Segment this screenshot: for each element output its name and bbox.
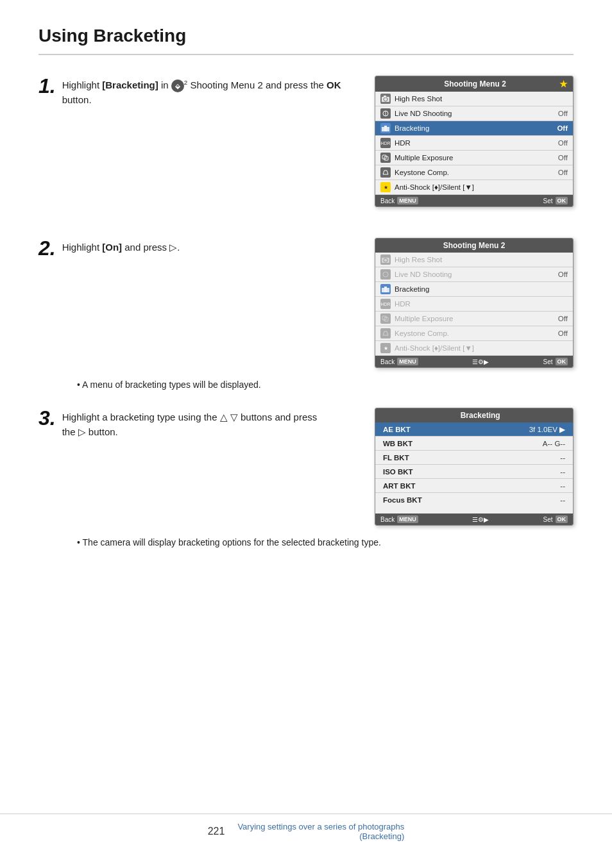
menu2-row-highres: High Res Shot <box>375 253 573 267</box>
menu3-row-aebkt: AE BKT 3f 1.0EV ▶ <box>375 422 573 437</box>
menu1-highres-label: High Res Shot <box>395 95 564 103</box>
menu3-set-label: Set <box>543 516 552 523</box>
page-number: 221 <box>208 826 225 837</box>
menu2-livend-value: Off <box>558 271 568 278</box>
cam-icon-antishock: ★ <box>380 182 391 192</box>
menu1-header: Shooting Menu 2 ★ <box>375 76 573 92</box>
svg-point-13 <box>383 272 388 277</box>
cam2-icon-hdr: HDR <box>380 299 391 309</box>
step1-number: 1. <box>38 76 56 96</box>
menu2-footer-mid: ☰⚙▶ <box>472 358 489 365</box>
ok-label: OK <box>327 79 341 90</box>
menu2: Shooting Menu 2 High Res Shot Live <box>375 238 574 368</box>
menu2-menu-btn: MENU <box>397 358 418 365</box>
menu1-keystone-label: Keystone Comp. <box>395 169 554 176</box>
step2-number: 2. <box>38 238 56 258</box>
menu1-keystone-value: Off <box>558 169 568 176</box>
menu1-antishock-label: Anti-Shock [♦]/Silent [▼] <box>395 183 564 191</box>
cam2-icon-antishock: ★ <box>380 343 391 353</box>
menu3-isobkt-label: ISO BKT <box>383 468 413 476</box>
menu2-icon-set: ☰⚙▶ <box>472 358 489 365</box>
menu3: Bracketing AE BKT 3f 1.0EV ▶ WB BKT A-- … <box>375 408 574 526</box>
cam2-icon-highres <box>380 255 391 265</box>
menu3-artbkt-value: -- <box>560 482 565 490</box>
svg-marker-19 <box>383 331 388 335</box>
menu2-highres-label: High Res Shot <box>395 256 564 263</box>
menu1-bracketing-label: Bracketing <box>395 124 553 132</box>
menu2-title: Shooting Menu 2 <box>443 241 506 250</box>
menu2-bracketing-label: Bracketing <box>395 285 564 293</box>
menu1-back-label: Back <box>380 197 395 204</box>
page-title: Using Bracketing <box>38 26 574 55</box>
menu1-footer-left: Back MENU <box>380 197 418 204</box>
svg-rect-7 <box>387 127 389 131</box>
menu2-keystone-label: Keystone Comp. <box>395 330 554 337</box>
step1-left: 1. Highlight [Bracketing] in ⬙2 Shooting… <box>38 76 362 207</box>
page-footer-text: Varying settings over a series of photog… <box>237 822 404 841</box>
step2-menu: Shooting Menu 2 High Res Shot Live <box>375 238 574 368</box>
menu3-ok-btn: OK <box>556 515 568 523</box>
svg-rect-6 <box>384 126 387 131</box>
cam-icon-hdr: HDR <box>380 138 391 148</box>
menu3-footer-mid: ☰⚙▶ <box>472 515 489 523</box>
cam2-icon-bracketing <box>380 284 391 294</box>
menu1-livend-label: Live ND Shooting <box>395 110 554 117</box>
menu3-back-label: Back <box>380 516 395 523</box>
menu1-hdr-label: HDR <box>395 139 554 147</box>
menu3-focusbkt-value: -- <box>560 496 565 504</box>
step2-left: 2. Highlight [On] and press ▷. <box>38 238 362 368</box>
step3-left: 3. Highlight a bracketing type using the… <box>38 408 362 439</box>
menu3-footer-right: Set OK <box>543 515 568 523</box>
menu2-row-bracketing: Bracketing Off On <box>375 282 573 297</box>
menu2-livend-label: Live ND Shooting <box>395 271 554 278</box>
menu1-row-hdr: HDR HDR Off <box>375 136 573 151</box>
menu2-row-multiexp: Multiple Exposure Off <box>375 312 573 326</box>
svg-rect-16 <box>387 288 389 292</box>
step3-menu: Bracketing AE BKT 3f 1.0EV ▶ WB BKT A-- … <box>375 408 574 526</box>
menu1-row-highres: High Res Shot <box>375 92 573 106</box>
step2-text: Highlight [On] and press ▷. <box>62 238 362 255</box>
menu1-menu-btn: MENU <box>397 197 418 204</box>
cam-icon-bracketing <box>380 123 391 133</box>
cam-icon-highres <box>380 94 391 104</box>
svg-rect-2 <box>384 96 386 97</box>
step1-menu: Shooting Menu 2 ★ High Res Shot Liv <box>375 76 574 207</box>
step2-bold: [On] <box>102 242 122 253</box>
menu3-wbbkt-label: WB BKT <box>383 440 412 447</box>
menu1-title: Shooting Menu 2 <box>444 79 506 88</box>
menu3-focusbkt-label: Focus BKT <box>383 496 422 504</box>
step2-note: A menu of bracketing types will be displ… <box>77 380 574 390</box>
step1-text: Highlight [Bracketing] in ⬙2 Shooting Me… <box>62 76 362 107</box>
menu3-row-focusbkt: Focus BKT -- <box>375 493 573 507</box>
menu2-row-antishock: ★ Anti-Shock [♦]/Silent [▼] <box>375 341 573 356</box>
cam-icon-livend <box>380 108 391 119</box>
menu1-multiexp-label: Multiple Exposure <box>395 154 554 162</box>
menu3-footer-left: Back MENU <box>380 515 418 523</box>
menu2-hdr-label: HDR <box>395 300 564 308</box>
menu1-row-livend: Live ND Shooting Off <box>375 106 573 121</box>
menu3-artbkt-label: ART BKT <box>383 482 415 490</box>
menu3-footer: Back MENU ☰⚙▶ Set OK <box>375 513 573 525</box>
cam2-icon-keystone <box>380 328 391 338</box>
menu1-bracketing-value: Off <box>557 124 568 132</box>
menu3-aebkt-value: 3f 1.0EV ▶ <box>529 425 565 434</box>
menu1-ok-btn: OK <box>556 197 568 204</box>
menu2-row-livend: Live ND Shooting Off <box>375 267 573 282</box>
svg-marker-10 <box>383 171 388 174</box>
menu3-icon-mid: ☰⚙▶ <box>472 516 489 523</box>
shooting-menu-icon: ⬙ <box>171 79 184 92</box>
step1-section: 1. Highlight [Bracketing] in ⬙2 Shooting… <box>38 76 574 207</box>
menu2-row-keystone: Keystone Comp. Off <box>375 326 573 341</box>
menu1-multiexp-value: Off <box>558 154 568 162</box>
menu3-aebkt-label: AE BKT <box>383 426 411 433</box>
cam-icon-multiexp <box>380 153 391 163</box>
page-footer: 221 Varying settings over a series of ph… <box>0 814 612 849</box>
step1-bold: [Bracketing] <box>102 79 158 90</box>
svg-rect-14 <box>382 288 384 292</box>
menu1-hdr-value: Off <box>558 139 568 147</box>
step3-text: Highlight a bracketing type using the △ … <box>62 408 362 439</box>
menu3-row-flbkt: FL BKT -- <box>375 451 573 465</box>
menu2-footer: Back MENU ☰⚙▶ Set OK <box>375 356 573 367</box>
menu3-isobkt-value: -- <box>560 468 565 476</box>
menu2-multiexp-value: Off <box>558 315 568 322</box>
